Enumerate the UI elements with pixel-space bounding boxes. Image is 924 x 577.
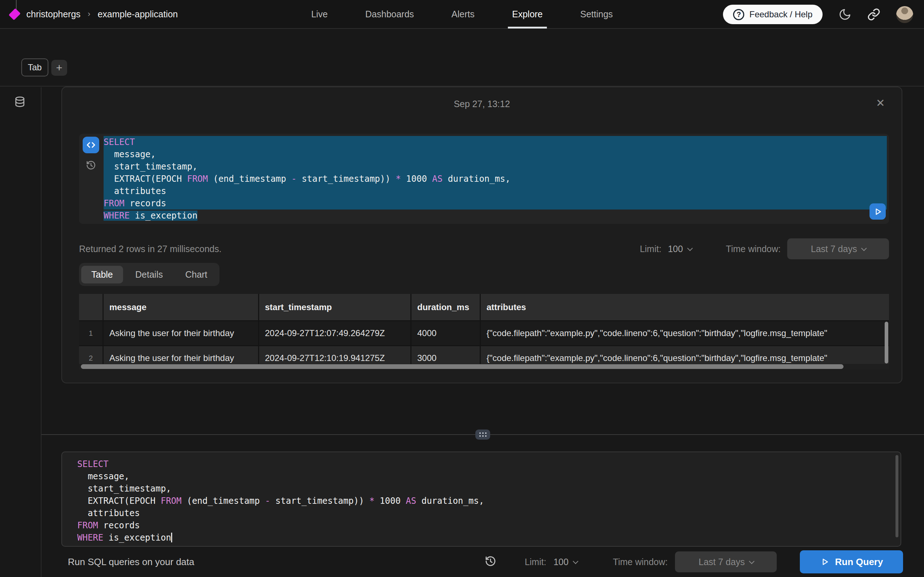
close-icon[interactable]: ✕ <box>876 97 885 109</box>
sql-text: start_timestamp)) <box>297 174 396 184</box>
sql-text: start_timestamp, <box>77 484 171 494</box>
tab-details[interactable]: Details <box>125 266 173 284</box>
view-switcher: Table Details Chart <box>79 263 220 286</box>
nav-item-alerts[interactable]: Alerts <box>450 0 476 29</box>
breadcrumb-org[interactable]: christophergs <box>26 9 81 19</box>
code-line: attributes <box>77 507 897 519</box>
sql-keyword: - <box>265 496 270 506</box>
explore-page: christophergs › example-application Live… <box>0 0 924 577</box>
code-line: start_timestamp, <box>103 161 887 173</box>
limit-select[interactable]: 100 <box>553 557 577 567</box>
column-header-start-timestamp[interactable]: start_timestamp <box>259 294 410 320</box>
sql-text: duration_ms, <box>443 174 510 184</box>
code-line: message, <box>77 470 897 482</box>
run-query-mini-button[interactable] <box>869 203 886 220</box>
code-view-button[interactable] <box>82 137 99 153</box>
sql-keyword: AS <box>432 174 443 184</box>
sql-text: start_timestamp, <box>103 161 197 172</box>
nav-item-settings[interactable]: Settings <box>579 0 614 29</box>
play-icon <box>873 207 882 216</box>
editor-gutter <box>79 134 103 224</box>
sql-text: records <box>98 521 140 530</box>
splitter-drag-handle[interactable] <box>475 429 490 440</box>
results-grid: message start_timestamp duration_ms attr… <box>79 294 889 369</box>
sql-code-editable[interactable]: SELECT message, start_timestamp, EXTRACT… <box>62 452 901 544</box>
share-link-button[interactable] <box>867 8 880 21</box>
chevron-down-icon <box>573 558 578 564</box>
code-line: WHERE is_exception <box>77 532 897 544</box>
column-header-message[interactable]: message <box>103 294 258 320</box>
limit-select[interactable]: 100 <box>668 244 691 254</box>
table-cell[interactable]: 2024-09-27T12:07:49.264279Z <box>259 321 410 345</box>
history-icon[interactable] <box>86 160 96 172</box>
database-icon[interactable] <box>13 95 27 110</box>
sql-text: message, <box>77 471 129 482</box>
chevron-down-icon <box>749 558 755 564</box>
dark-mode-toggle[interactable] <box>838 8 851 21</box>
sql-keyword: WHERE <box>103 211 129 221</box>
code-line: message, <box>103 148 887 161</box>
add-tab-button[interactable]: + <box>51 60 67 76</box>
code-line: SELECT <box>77 458 897 470</box>
tab-table[interactable]: Table <box>81 266 123 284</box>
sql-keyword: * <box>369 496 374 506</box>
code-icon <box>86 140 96 150</box>
time-window-select[interactable]: Last 7 days <box>787 239 889 259</box>
results-table: message start_timestamp duration_ms attr… <box>79 294 889 369</box>
query-tab[interactable]: Tab <box>21 58 48 76</box>
code-line: WHERE is_exception <box>103 210 887 222</box>
text-cursor <box>171 533 172 542</box>
column-header-duration-ms[interactable]: duration_ms <box>412 294 480 320</box>
sql-text: (end_timestamp <box>208 174 291 184</box>
code-line: EXTRACT(EPOCH FROM (end_timestamp - star… <box>103 173 887 185</box>
user-avatar[interactable] <box>896 6 913 23</box>
sql-keyword: SELECT <box>77 459 109 469</box>
logo-stem <box>16 0 16 10</box>
history-icon <box>485 555 497 567</box>
limit-value: 100 <box>553 557 569 567</box>
breadcrumb-project[interactable]: example-application <box>97 9 178 19</box>
column-header-attributes[interactable]: attributes <box>481 294 889 320</box>
play-icon <box>820 557 829 567</box>
sql-text: start_timestamp)) <box>270 496 370 506</box>
limit-value: 100 <box>668 244 683 254</box>
result-status-row: Returned 2 rows in 27 milliseconds. Limi… <box>79 238 889 259</box>
editor-scrollbar[interactable] <box>895 455 898 537</box>
corner-header-cell <box>79 294 102 320</box>
sql-keyword: SELECT <box>103 137 135 147</box>
code-line: FROM records <box>77 519 897 532</box>
nav-item-dashboards[interactable]: Dashboards <box>364 0 415 29</box>
table-cell[interactable]: {"code.filepath":"example.py","code.line… <box>481 321 889 345</box>
tab-chart[interactable]: Chart <box>175 266 217 284</box>
sql-keyword: WHERE <box>77 533 103 543</box>
sql-code-selected[interactable]: SELECT message, start_timestamp, EXTRACT… <box>103 134 889 224</box>
sql-text: message, <box>103 149 156 160</box>
sql-text: records <box>124 198 166 208</box>
query-history-button[interactable] <box>485 555 497 569</box>
nav-item-explore[interactable]: Explore <box>511 0 544 29</box>
sql-keyword: FROM <box>77 521 98 530</box>
table-cell[interactable]: 4000 <box>412 321 480 345</box>
history-sql-editor[interactable]: SELECT message, start_timestamp, EXTRACT… <box>79 134 889 224</box>
sql-keyword: FROM <box>187 174 208 184</box>
nav-item-live[interactable]: Live <box>310 0 329 29</box>
sql-editor[interactable]: SELECT message, start_timestamp, EXTRACT… <box>61 451 901 547</box>
time-window-select[interactable]: Last 7 days <box>675 551 777 572</box>
limit-label: Limit: <box>640 244 662 254</box>
query-timestamp: Sep 27, 13:12 <box>62 99 901 109</box>
feedback-help-button[interactable]: ? Feedback / Help <box>723 5 822 24</box>
result-status: Returned 2 rows in 27 milliseconds. <box>79 244 221 254</box>
editor-hint: Run SQL queries on your data <box>68 556 194 567</box>
sql-text: duration_ms, <box>416 496 484 506</box>
code-line: EXTRACT(EPOCH FROM (end_timestamp - star… <box>77 495 897 507</box>
table-horizontal-scrollbar[interactable] <box>81 364 843 369</box>
logfire-logo-icon <box>9 8 21 20</box>
run-query-button[interactable]: Run Query <box>800 550 903 574</box>
code-line: attributes <box>103 185 887 197</box>
sql-keyword: * <box>396 174 401 184</box>
bottom-controls: Limit: 100 Time window: Last 7 days Run … <box>485 550 924 574</box>
feedback-help-label: Feedback / Help <box>749 10 813 19</box>
table-vertical-scrollbar[interactable] <box>885 322 888 364</box>
tab-strip: Tab + <box>0 29 924 87</box>
table-cell[interactable]: Asking the user for their birthday <box>103 321 258 345</box>
